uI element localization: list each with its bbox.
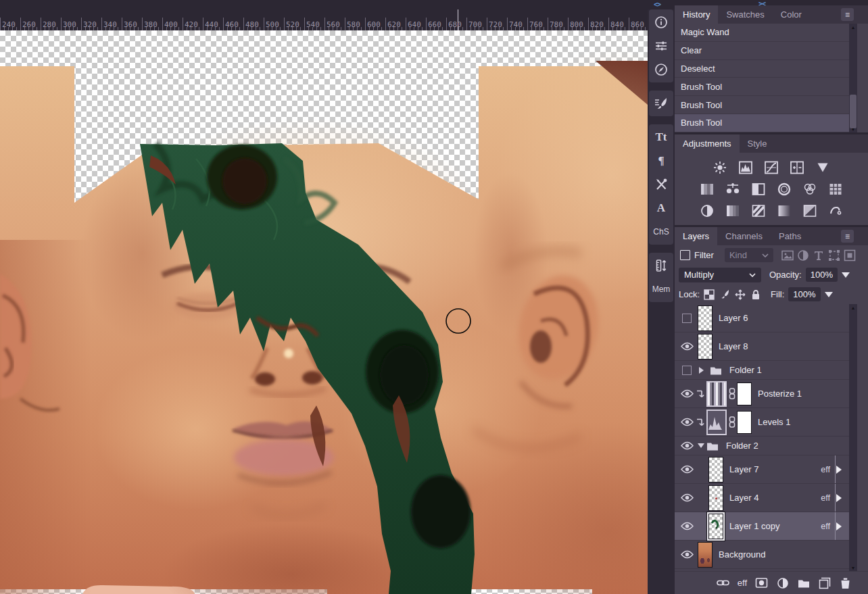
add-adjustment-button[interactable] [776,576,789,589]
layer-thumbnail[interactable] [708,457,723,482]
layer-mask-thumbnail[interactable] [737,411,752,434]
layer-row[interactable]: Folder 2 [675,437,849,455]
tab-paths[interactable]: Paths [771,227,809,245]
selective-color-adjustment-button[interactable] [802,203,817,218]
blend-mode-dropdown[interactable]: Multiply [679,268,761,282]
paragraph-panel-button[interactable]: ¶ [658,153,664,168]
fill-slider-button[interactable] [825,292,833,301]
delete-layer-button[interactable] [839,576,852,589]
history-item[interactable]: Brush Tool [675,96,849,114]
visibility-eye-icon[interactable] [679,465,695,474]
scrollbar-thumb[interactable] [850,95,857,128]
tab-history[interactable]: History [675,5,718,24]
scroll-down-arrow[interactable]: ▼ [849,564,857,571]
history-item[interactable]: Brush Tool [675,78,849,96]
memory-panel-button[interactable]: Mem [652,282,671,297]
collapse-folder-arrow[interactable] [698,443,704,451]
glyphs-panel-button[interactable]: A [657,201,665,216]
type-filter-icon[interactable] [813,249,825,262]
threshold-adjustment-button[interactable] [751,203,766,218]
fill-value[interactable]: 100% [788,287,820,301]
layer-row[interactable]: Layer 8 [675,332,849,361]
layer-row[interactable]: Posterize 1 [675,380,849,408]
layer-row[interactable]: Folder 1 [675,361,849,380]
history-menu-button[interactable]: ≡ [841,8,854,21]
tab-layers[interactable]: Layers [675,227,717,245]
opacity-value[interactable]: 100% [806,268,838,282]
layer-row[interactable]: Background [675,541,849,569]
visibility-eye-icon[interactable] [679,550,695,559]
history-item[interactable]: Magic Wand [675,24,849,42]
expand-effects-arrow[interactable] [836,494,846,502]
vibrance-adjustment-button[interactable] [815,160,830,175]
filter-checkbox[interactable] [680,250,690,260]
visibility-eye-icon[interactable] [679,389,695,398]
transform-filter-icon[interactable] [828,249,841,262]
visibility-eye-icon[interactable] [679,441,695,450]
layer-row[interactable]: Layer 6 [675,304,849,332]
tab-adjustments[interactable]: Adjustments [675,134,740,153]
color-balance-adjustment-button[interactable] [725,182,740,197]
opacity-slider-button[interactable] [842,272,850,282]
scroll-down-arrow[interactable]: ▼ [849,126,857,132]
layer-thumbnail[interactable] [708,485,723,511]
tab-swatches[interactable]: Swatches [718,5,772,24]
kind-dropdown[interactable]: Kind [725,248,773,262]
image-filter-icon[interactable] [781,249,794,262]
exposure-adjustment-button[interactable] [790,160,804,175]
character-panel-button[interactable]: Tt [656,130,667,145]
color-lookup-adjustment-button[interactable] [828,182,843,197]
adjustment-filter-icon[interactable] [797,249,810,262]
collapse-panels-left-button[interactable]: <> [654,1,660,8]
history-item[interactable]: Deselect [675,60,849,78]
gradient-map-adjustment-button[interactable] [777,203,792,218]
history-item[interactable]: Brush Tool [675,114,849,132]
visibility-checkbox[interactable] [679,314,695,323]
history-item[interactable]: Clear [675,42,849,60]
expand-folder-arrow[interactable] [699,367,707,374]
tab-channels[interactable]: Channels [717,227,771,245]
tab-style[interactable]: Style [740,134,775,153]
character-styles-panel-button[interactable]: ChS [653,224,669,239]
measure-panel-button[interactable] [654,258,669,273]
channel-mixer-adjustment-button[interactable] [802,182,817,197]
hue-saturation-adjustment-button[interactable] [700,182,715,197]
visibility-eye-icon[interactable] [679,522,695,530]
layer-thumbnail[interactable] [698,542,713,568]
layer-thumbnail[interactable] [698,334,713,360]
navigator-panel-button[interactable] [654,62,669,77]
levels-adjustment-button[interactable] [738,160,753,175]
layer-row[interactable]: Layer 7eff [675,455,849,484]
layers-scrollbar[interactable]: ▲ ▼ [849,304,857,571]
tool-presets-panel-button[interactable] [654,177,669,192]
add-mask-button[interactable] [755,576,768,589]
brightness-adjustment-button[interactable] [713,160,727,175]
layer-effects-button[interactable]: eff [738,576,747,589]
visibility-eye-icon[interactable] [679,418,695,426]
lock-paint-icon[interactable] [719,289,730,300]
scroll-up-arrow[interactable]: ▲ [849,24,857,30]
new-layer-button[interactable] [818,576,831,589]
posterize-thumbnail[interactable] [706,381,727,407]
layers-menu-button[interactable]: ≡ [841,230,854,243]
brush-panel-button[interactable] [654,96,669,111]
properties-panel-button[interactable] [654,39,669,53]
info-panel-button[interactable] [654,15,669,30]
curves-adjustment-button[interactable] [764,160,779,175]
black-white-adjustment-button[interactable] [751,182,766,197]
layer-thumbnail[interactable] [698,305,713,331]
smart-object-filter-icon[interactable] [844,249,857,262]
levels-thumbnail[interactable] [706,410,727,435]
visibility-eye-icon[interactable] [679,342,695,351]
photo-filter-adjustment-button[interactable] [777,182,792,197]
layer-row[interactable]: Layer 4eff [675,484,849,512]
expand-effects-arrow[interactable] [836,522,846,530]
tab-color[interactable]: Color [773,5,810,24]
new-folder-button[interactable] [797,576,810,589]
scroll-up-arrow[interactable]: ▲ [849,304,857,311]
layer-row[interactable]: Layer 1 copyeff [675,512,849,541]
lock-all-icon[interactable] [750,289,761,300]
spline-adjustment-button[interactable] [828,203,843,218]
link-layers-button[interactable] [717,576,729,589]
history-scrollbar[interactable]: ▲ ▼ [849,24,857,132]
